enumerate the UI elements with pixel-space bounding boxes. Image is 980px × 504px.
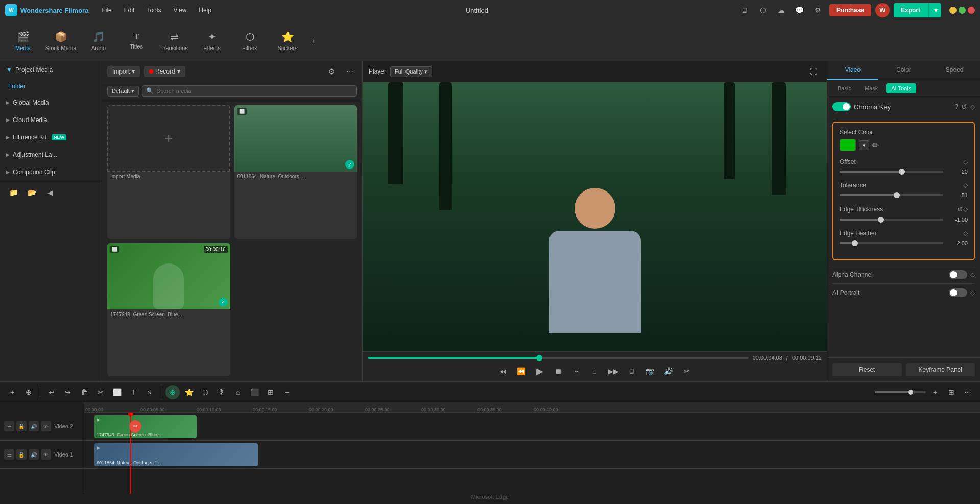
- track-video1-lock[interactable]: 🔓: [16, 449, 27, 460]
- media-item-import[interactable]: + Import Media: [107, 105, 230, 239]
- default-select[interactable]: Default ▾: [107, 86, 139, 97]
- track-video2-volume[interactable]: 🔊: [29, 421, 39, 431]
- edge-feather-slider[interactable]: [840, 242, 943, 244]
- cloud-icon[interactable]: ☁: [774, 3, 788, 17]
- tolerance-diamond-icon[interactable]: ◇: [963, 182, 968, 189]
- tolerance-thumb[interactable]: [894, 192, 900, 198]
- offset-slider[interactable]: [840, 171, 943, 173]
- progress-bar[interactable]: [368, 357, 749, 359]
- tl-zoom-bar[interactable]: [875, 391, 926, 393]
- import-button[interactable]: Import ▾: [107, 66, 140, 77]
- track-video2-lock[interactable]: 🔓: [16, 421, 27, 431]
- color-dropdown[interactable]: ▾: [859, 140, 869, 150]
- crop-button[interactable]: ✂: [680, 364, 694, 378]
- tl-mic-icon[interactable]: 🎙: [214, 385, 229, 399]
- sidebar-item-cloud-media[interactable]: ▶ Cloud Media: [0, 111, 102, 129]
- toolbar-stock-media[interactable]: 📦 Stock Media: [43, 23, 79, 59]
- ai-portrait-diamond[interactable]: ◇: [970, 289, 975, 296]
- track-video2-eye[interactable]: 👁: [41, 421, 51, 431]
- toolbar-titles[interactable]: T Titles: [118, 23, 154, 59]
- edge-thickness-diamond-icon[interactable]: ◇: [963, 206, 968, 213]
- tl-effects-icon[interactable]: ⭐: [182, 385, 196, 399]
- add-folder-icon[interactable]: 📁: [6, 185, 20, 200]
- tl-minus-icon[interactable]: −: [280, 385, 294, 399]
- mark-out-button[interactable]: ⌂: [588, 364, 602, 378]
- tl-keyframe-icon[interactable]: ⌂: [231, 385, 245, 399]
- tab-color[interactable]: Color: [878, 61, 929, 80]
- close-button[interactable]: [968, 7, 975, 14]
- edge-feather-diamond-icon[interactable]: ◇: [963, 230, 968, 237]
- toolbar-audio[interactable]: 🎵 Audio: [81, 23, 116, 59]
- search-input[interactable]: [142, 85, 357, 97]
- volume-button[interactable]: 🔊: [661, 364, 676, 378]
- toolbar-effects[interactable]: ✦ Effects: [194, 23, 230, 59]
- new-folder-icon[interactable]: 📂: [25, 185, 39, 200]
- track-video1-volume[interactable]: 🔊: [29, 449, 39, 460]
- avatar[interactable]: W: [875, 3, 890, 17]
- menu-edit[interactable]: Edit: [119, 5, 140, 16]
- keyframe-panel-button[interactable]: Keyframe Panel: [906, 363, 975, 376]
- tl-compound-icon[interactable]: ⬛: [247, 385, 261, 399]
- mark-in-button[interactable]: ⌁: [569, 364, 584, 378]
- chroma-question-icon[interactable]: ?: [954, 103, 958, 110]
- tl-redo-icon[interactable]: ↪: [61, 385, 75, 399]
- tl-magnet-icon[interactable]: ⊕: [21, 385, 36, 399]
- tl-grid-icon[interactable]: ⊞: [944, 385, 959, 399]
- offset-thumb[interactable]: [899, 169, 905, 175]
- sidebar-folder[interactable]: Folder: [0, 79, 102, 94]
- tab-video[interactable]: Video: [827, 61, 878, 80]
- rewind-button[interactable]: ⏮: [496, 364, 510, 378]
- edge-thickness-slider[interactable]: [840, 219, 943, 221]
- alpha-channel-diamond[interactable]: ◇: [970, 271, 975, 278]
- step-back-button[interactable]: ⏪: [514, 364, 529, 378]
- alpha-channel-toggle[interactable]: [949, 270, 967, 279]
- tolerance-slider[interactable]: [840, 194, 943, 196]
- maximize-button[interactable]: [959, 7, 966, 14]
- tab-speed[interactable]: Speed: [929, 61, 980, 80]
- track-clip-nature[interactable]: ▶ 6011864_Nature_Outdoors_1...: [94, 443, 258, 466]
- menu-tools[interactable]: Tools: [141, 5, 166, 16]
- tl-zoom-thumb[interactable]: [908, 390, 913, 395]
- record-button[interactable]: Record ▾: [144, 66, 185, 77]
- help-icon[interactable]: 💬: [793, 3, 807, 17]
- tl-more2-icon[interactable]: ⋯: [961, 385, 975, 399]
- track-video1-menu[interactable]: ☰: [4, 449, 14, 460]
- edge-feather-thumb[interactable]: [852, 240, 858, 246]
- sub-tab-basic[interactable]: Basic: [832, 83, 856, 93]
- edge-thickness-thumb[interactable]: [878, 217, 884, 223]
- menu-help[interactable]: Help: [194, 5, 217, 16]
- tl-add-track-icon[interactable]: +: [5, 385, 19, 399]
- play-button[interactable]: ▶: [533, 364, 547, 378]
- settings-icon[interactable]: ⚙: [811, 3, 825, 17]
- tl-crop-icon[interactable]: ⬜: [110, 385, 124, 399]
- share-icon[interactable]: ⬡: [756, 3, 770, 17]
- chroma-reset-icon[interactable]: ↺: [961, 103, 967, 111]
- menu-file[interactable]: File: [97, 5, 116, 16]
- track-clip-green-screen[interactable]: ▶ 1747949_Green Screen_Blue...: [94, 415, 197, 438]
- sidebar-item-compound-clip[interactable]: ▶ Compound Clip: [0, 163, 102, 181]
- toolbar-media[interactable]: 🎬 Media: [5, 23, 41, 59]
- tl-more-icon[interactable]: »: [142, 385, 157, 399]
- device-icon[interactable]: 🖥: [737, 3, 752, 17]
- offset-diamond-icon[interactable]: ◇: [963, 158, 968, 165]
- quality-select[interactable]: Full Quality ▾: [390, 66, 432, 77]
- color-swatch[interactable]: [840, 139, 856, 151]
- tl-text-icon[interactable]: T: [126, 385, 140, 399]
- tl-cut-icon[interactable]: ✂: [93, 385, 108, 399]
- filter-icon[interactable]: ⚙: [324, 64, 339, 79]
- collapse-sidebar-icon[interactable]: ◀: [43, 185, 57, 200]
- ai-portrait-toggle[interactable]: [949, 288, 967, 297]
- stop-button[interactable]: ⏹: [551, 364, 565, 378]
- progress-thumb[interactable]: [536, 355, 542, 361]
- tl-delete-icon[interactable]: 🗑: [77, 385, 91, 399]
- fullscreen-icon[interactable]: ⛶: [806, 64, 821, 79]
- toolbar-filters[interactable]: ⬡ Filters: [232, 23, 268, 59]
- tl-undo-icon[interactable]: ↩: [44, 385, 59, 399]
- edge-thickness-reset-icon[interactable]: ↺: [957, 205, 963, 213]
- export-button[interactable]: Export: [894, 4, 927, 16]
- more-options-icon[interactable]: ⋯: [343, 64, 357, 79]
- purchase-button[interactable]: Purchase: [829, 4, 871, 16]
- tl-mask-icon[interactable]: ⬡: [198, 385, 212, 399]
- media-item-nature[interactable]: ⬜ ✓ 6011864_Nature_Outdoors_...: [234, 105, 357, 239]
- sidebar-item-project-media[interactable]: ▼ Project Media: [0, 61, 102, 79]
